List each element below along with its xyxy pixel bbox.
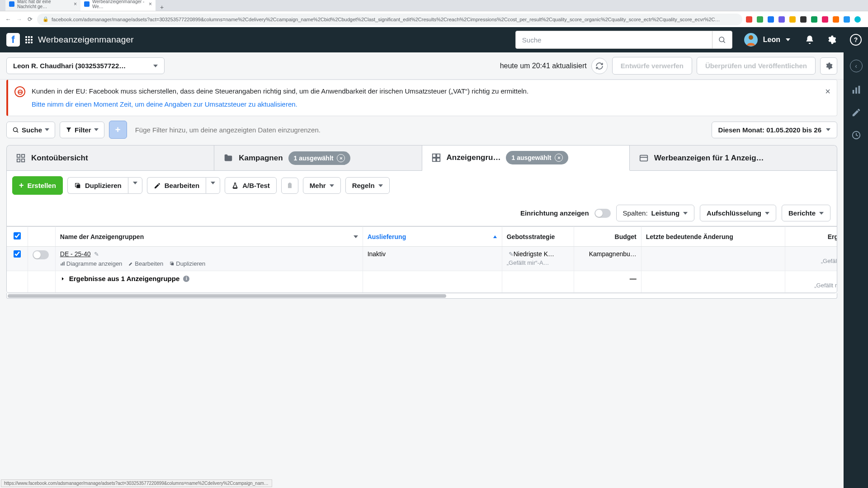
extension-icon[interactable] — [789, 16, 796, 23]
edit-icon[interactable]: ✎ — [94, 251, 99, 258]
bell-icon[interactable] — [805, 35, 815, 45]
extension-icon[interactable] — [833, 16, 839, 23]
row-toggle[interactable] — [33, 250, 49, 259]
brand-title: Werbeanzeigenmanager — [38, 35, 134, 45]
reports-button[interactable]: Berichte — [782, 205, 830, 221]
tab-campaigns[interactable]: Kampagnen 1 ausgewählt × — [214, 145, 422, 170]
col-budget[interactable]: Budget — [574, 227, 642, 247]
breakdown-button[interactable]: Aufschlüsselung — [700, 205, 776, 221]
info-icon[interactable]: i — [183, 276, 189, 282]
history-icon[interactable] — [851, 130, 861, 140]
forward-button[interactable]: → — [15, 16, 23, 23]
setup-toggle[interactable] — [594, 209, 611, 218]
discard-drafts-button[interactable]: Entwürfe verwerfen — [612, 57, 692, 75]
chevron-down-icon[interactable] — [786, 38, 790, 41]
charts-icon[interactable] — [851, 85, 861, 95]
summary-expander[interactable]: Ergebnisse aus 1 Anzeigengruppe i — [60, 275, 190, 282]
more-button[interactable]: Mehr — [303, 177, 341, 194]
extension-icon[interactable] — [757, 16, 763, 23]
back-button[interactable]: ← — [5, 16, 12, 23]
avatar[interactable] — [744, 33, 758, 47]
browser-tab[interactable]: Marc hat dir eine Nachricht ge… × — [5, 0, 80, 11]
extension-icon[interactable] — [844, 16, 850, 23]
user-name[interactable]: Leon — [763, 36, 780, 44]
tab-label: Kontoübersicht — [31, 154, 88, 163]
edit-button[interactable]: Bearbeiten — [147, 177, 206, 194]
col-name[interactable]: Name der Anzeigengruppen — [55, 227, 363, 247]
edit-action[interactable]: Bearbeiten — [128, 260, 163, 267]
rules-button[interactable]: Regeln — [345, 177, 390, 194]
search-button[interactable] — [712, 31, 732, 48]
header-checkbox[interactable] — [14, 232, 21, 239]
add-filter-button[interactable]: + — [109, 121, 127, 139]
profile-icon[interactable] — [854, 16, 861, 23]
duplicate-dropdown[interactable] — [128, 177, 142, 194]
columns-button[interactable]: Spalten: Leistung — [616, 205, 695, 221]
col-checkbox[interactable] — [7, 227, 28, 247]
duplicate-action[interactable]: Duplizieren — [170, 260, 205, 267]
close-icon[interactable]: × — [149, 1, 152, 7]
tab-ads[interactable]: Werbeanzeigen für 1 Anzeig… — [630, 145, 837, 170]
duplicate-button[interactable]: Duplizieren — [67, 177, 128, 194]
close-icon[interactable]: × — [337, 154, 345, 162]
col-bidstrategy[interactable]: Gebotsstrategie — [502, 227, 574, 247]
search-filter-button[interactable]: Suche — [6, 122, 55, 138]
svg-rect-9 — [436, 154, 439, 157]
review-publish-button[interactable]: Überprüfen und Veröffentlichen — [697, 57, 816, 75]
adset-name-link[interactable]: DE - 25-40 — [60, 250, 91, 258]
horizontal-scrollbar[interactable] — [6, 293, 837, 299]
col-delivery[interactable]: Auslieferung — [363, 227, 502, 247]
close-icon[interactable]: × — [825, 86, 830, 97]
account-selector[interactable]: Leon R. Chaudhari (30325357722… — [6, 57, 165, 74]
reload-button[interactable]: ⟳ — [26, 16, 33, 23]
edit-icon[interactable]: ✎ — [509, 251, 514, 258]
extension-icon[interactable] — [822, 16, 828, 23]
collapse-icon[interactable]: ‹ — [850, 60, 863, 72]
gear-icon[interactable] — [826, 35, 836, 45]
table-row[interactable]: DE - 25-40 ✎ Diagramme anzeigen Bearbeit… — [7, 247, 837, 271]
extension-icon[interactable] — [746, 16, 752, 23]
tab-adsets[interactable]: Anzeigengru… 1 ausgewählt × — [422, 145, 630, 171]
col-lastchange[interactable]: Letzte bedeutende Änderung — [641, 227, 785, 247]
search-input[interactable] — [516, 36, 712, 44]
close-icon[interactable]: × — [555, 154, 563, 162]
selected-chip[interactable]: 1 ausgewählt × — [506, 151, 568, 164]
edit-icon[interactable] — [851, 108, 861, 117]
row-checkbox[interactable] — [14, 250, 21, 258]
facebook-logo[interactable]: f — [6, 33, 20, 47]
new-tab-button[interactable]: + — [156, 4, 168, 11]
extension-icon[interactable] — [768, 16, 774, 23]
address-bar[interactable]: 🔒 facebook.com/adsmanager/manage/adsets?… — [37, 14, 742, 25]
date-range-picker[interactable]: Diesen Monat: 01.05.2020 bis 26 — [712, 122, 837, 138]
browser-tab[interactable]: Werbeanzeigenmanager - We… × — [80, 0, 156, 11]
edit-dropdown[interactable] — [206, 177, 220, 194]
setup-label: Einrichtung anzeigen — [520, 209, 589, 217]
browser-chrome: Marc hat dir eine Nachricht ge… × Werbea… — [0, 0, 868, 27]
header-search[interactable] — [515, 31, 732, 49]
extension-icon[interactable] — [778, 16, 785, 23]
svg-line-1 — [724, 41, 725, 42]
svg-rect-10 — [432, 158, 435, 161]
filter-button[interactable]: Filter — [60, 122, 104, 138]
ad-icon — [639, 153, 649, 163]
filter-input[interactable] — [132, 126, 707, 134]
alert-link[interactable]: Bitte nimm dir einen Moment Zeit, um dei… — [32, 99, 528, 110]
budget-value: Kampagnenbu… — [574, 247, 642, 271]
clipboard-button[interactable] — [281, 178, 298, 194]
col-bid-label: Gebotsstrategie — [507, 233, 555, 240]
settings-button[interactable] — [820, 57, 837, 75]
scrollbar-thumb[interactable] — [8, 294, 446, 298]
view-charts-action[interactable]: Diagramme anzeigen — [60, 260, 123, 267]
apps-icon[interactable] — [25, 36, 33, 43]
close-icon[interactable]: × — [74, 1, 77, 7]
abtest-button[interactable]: A/B-Test — [225, 177, 277, 194]
app-header: f Werbeanzeigenmanager Leon ? — [0, 27, 868, 52]
extension-icon[interactable] — [811, 16, 817, 23]
extension-icon[interactable] — [800, 16, 807, 23]
tab-account-overview[interactable]: Kontoübersicht — [7, 145, 214, 170]
create-button[interactable]: + Erstellen — [12, 176, 63, 195]
col-results[interactable]: Erg — [785, 227, 837, 247]
help-icon[interactable]: ? — [850, 34, 862, 46]
selected-chip[interactable]: 1 ausgewählt × — [288, 151, 351, 165]
refresh-button[interactable] — [591, 58, 608, 74]
